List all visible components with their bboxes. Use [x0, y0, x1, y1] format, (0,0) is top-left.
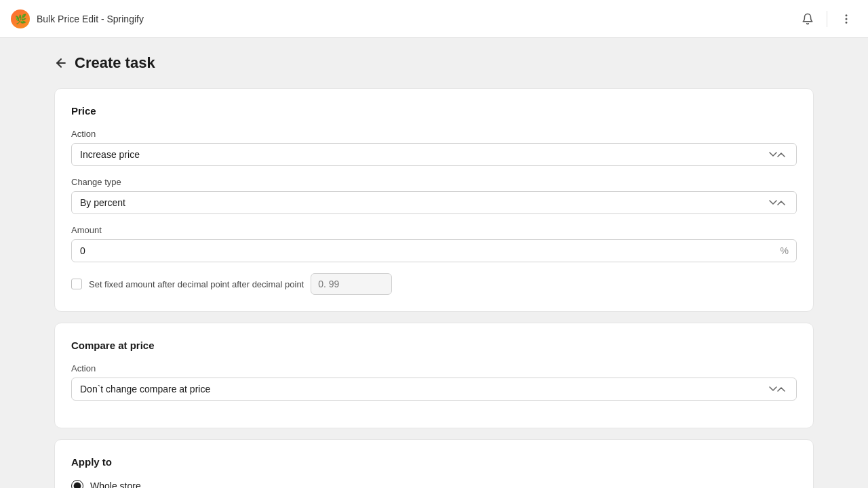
page-title: Create task	[75, 54, 155, 72]
compare-at-price-card: Compare at price Action Don`t change com…	[54, 323, 814, 428]
svg-point-1	[846, 18, 847, 20]
amount-input-wrapper: %	[71, 239, 797, 262]
radio-whole-store-label: Whole store	[90, 481, 141, 488]
fixed-decimal-input[interactable]	[311, 273, 392, 295]
price-card: Price Action Increase price Decrease pri…	[54, 88, 814, 312]
fixed-decimal-checkbox[interactable]	[71, 279, 82, 289]
bell-icon	[802, 13, 814, 25]
back-button[interactable]	[54, 56, 68, 70]
amount-label: Amount	[71, 225, 797, 235]
topbar-divider	[827, 11, 827, 27]
fixed-decimal-row: Set fixed amount after decimal point aft…	[71, 273, 797, 295]
action-group: Action Increase price Decrease price Set…	[71, 129, 797, 166]
apply-to-card: Apply to Whole store Selected collection…	[54, 439, 814, 488]
change-type-label: Change type	[71, 177, 797, 187]
change-type-group: Change type By percent By amount To fixe…	[71, 177, 797, 214]
amount-input[interactable]	[71, 239, 797, 262]
topbar-right	[797, 8, 857, 30]
change-type-select-wrapper: By percent By amount To fixed price	[71, 191, 797, 214]
back-arrow-icon	[54, 56, 68, 70]
page-header: Create task	[54, 54, 814, 72]
topbar: 🌿 Bulk Price Edit - Springify	[0, 0, 868, 38]
radio-whole-store[interactable]	[71, 480, 83, 488]
svg-point-2	[846, 22, 847, 23]
fixed-decimal-label: Set fixed amount after decimal point aft…	[89, 279, 304, 289]
amount-group: Amount %	[71, 225, 797, 262]
app-logo: 🌿	[11, 9, 30, 28]
more-icon	[840, 13, 852, 25]
app-title: Bulk Price Edit - Springify	[37, 14, 144, 24]
apply-to-radio-group: Whole store Selected collections Selecte…	[71, 480, 797, 488]
compare-at-price-title: Compare at price	[71, 340, 797, 351]
compare-action-group: Action Don`t change compare at price Inc…	[71, 363, 797, 401]
action-select[interactable]: Increase price Decrease price Set price	[71, 143, 797, 166]
svg-point-0	[846, 15, 847, 16]
amount-suffix: %	[781, 245, 789, 256]
apply-to-title: Apply to	[71, 456, 797, 468]
compare-action-label: Action	[71, 363, 797, 373]
action-label: Action	[71, 129, 797, 139]
radio-item-whole-store[interactable]: Whole store	[71, 480, 797, 488]
app-container: 🌿 Bulk Price Edit - Springify	[0, 0, 868, 488]
topbar-left: 🌿 Bulk Price Edit - Springify	[11, 9, 144, 28]
compare-action-select[interactable]: Don`t change compare at price Increase c…	[71, 378, 797, 401]
more-button[interactable]	[835, 8, 857, 30]
compare-action-select-wrapper: Don`t change compare at price Increase c…	[71, 378, 797, 401]
change-type-select[interactable]: By percent By amount To fixed price	[71, 191, 797, 214]
price-card-title: Price	[71, 105, 797, 117]
bell-button[interactable]	[797, 8, 818, 30]
action-select-wrapper: Increase price Decrease price Set price	[71, 143, 797, 166]
main-content: Create task Price Action Increase price …	[0, 38, 868, 488]
